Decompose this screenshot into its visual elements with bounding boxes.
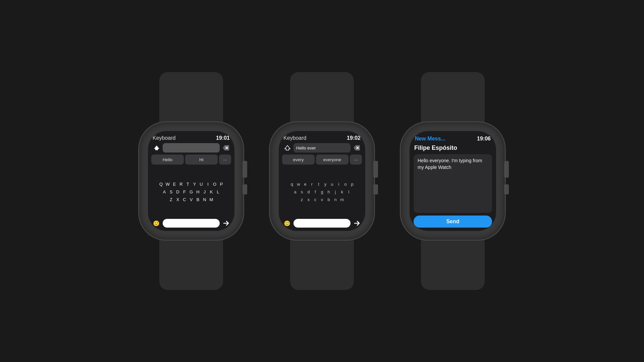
key-p[interactable]: P xyxy=(219,182,224,187)
key-lg[interactable]: g xyxy=(320,189,324,194)
key-q[interactable]: Q xyxy=(159,182,163,187)
key-lk[interactable]: k xyxy=(340,189,344,194)
key-h[interactable]: H xyxy=(196,189,200,194)
key-i[interactable]: I xyxy=(206,182,210,187)
key-ls[interactable]: s xyxy=(300,189,304,194)
screen-content-3: New Mess... 19:06 Filipe Espósito Hello … xyxy=(410,131,496,231)
screen-content-1: Keyboard 19:01 xyxy=(148,131,234,231)
band-top-1 xyxy=(159,72,223,122)
key-lq[interactable]: q xyxy=(289,182,294,187)
key-c[interactable]: C xyxy=(182,197,187,202)
suggestions-row-2: every everyone ··· xyxy=(282,155,362,165)
key-x[interactable]: X xyxy=(175,197,180,202)
key-lw[interactable]: w xyxy=(296,182,301,187)
key-z[interactable]: Z xyxy=(169,197,173,202)
input-field-1[interactable] xyxy=(163,143,220,153)
key-l[interactable]: L xyxy=(216,189,220,194)
key-lp[interactable]: p xyxy=(350,182,355,187)
key-lb[interactable]: b xyxy=(326,197,331,202)
delete-button-1[interactable] xyxy=(221,143,230,153)
emoji-button-1[interactable]: 🙂 xyxy=(152,219,161,228)
watch-2: Keyboard 19:02 Hello ever xyxy=(270,72,374,290)
svg-marker-0 xyxy=(154,145,159,150)
watch-case-3: New Mess... 19:06 Filipe Espósito Hello … xyxy=(401,122,505,240)
watch-case-2: Keyboard 19:02 Hello ever xyxy=(270,122,374,240)
key-b[interactable]: B xyxy=(196,197,200,202)
key-lo[interactable]: o xyxy=(343,182,348,187)
key-la[interactable]: a xyxy=(293,189,298,194)
key-n[interactable]: N xyxy=(202,197,207,202)
send-arrow-2[interactable] xyxy=(353,219,361,228)
keyboard-2: q w e r t y u i o p a s d xyxy=(282,167,362,217)
bottom-bar-1: 🙂 xyxy=(151,219,231,228)
contact-name: Filipe Espósito xyxy=(414,144,492,152)
band-bottom-1 xyxy=(159,240,223,290)
key-o[interactable]: O xyxy=(212,182,217,187)
key-j[interactable]: J xyxy=(202,189,207,194)
key-e[interactable]: E xyxy=(172,182,177,187)
screen-time-2: 19:02 xyxy=(347,135,361,141)
key-k[interactable]: K xyxy=(209,189,214,194)
key-y[interactable]: Y xyxy=(192,182,197,187)
emoji-button-2[interactable]: 🙂 xyxy=(283,219,291,228)
shift-button-1[interactable] xyxy=(152,143,161,153)
screen-title-3: New Mess... xyxy=(415,136,445,142)
screen-time-1: 19:01 xyxy=(216,135,230,141)
key-lt[interactable]: t xyxy=(316,182,321,187)
more-suggestions-2[interactable]: ··· xyxy=(350,155,362,165)
screen-time-3: 19:06 xyxy=(477,136,491,142)
watch-3: New Mess... 19:06 Filipe Espósito Hello … xyxy=(401,72,505,290)
watch-screen-2: Keyboard 19:02 Hello ever xyxy=(279,131,365,231)
band-top-2 xyxy=(290,72,354,122)
crown-1 xyxy=(243,161,247,178)
message-bubble: Hello everyone. I'm typing from my Apple… xyxy=(414,154,492,213)
key-t[interactable]: T xyxy=(185,182,190,187)
key-lc[interactable]: c xyxy=(313,197,318,202)
keyboard-1: Q W E R T Y U I O P A S D xyxy=(151,167,231,217)
key-ll[interactable]: l xyxy=(346,189,351,194)
side-button-1 xyxy=(243,184,247,194)
key-lr[interactable]: r xyxy=(310,182,314,187)
key-d[interactable]: D xyxy=(175,189,180,194)
key-lm[interactable]: m xyxy=(340,197,344,202)
key-row-1-1: Q W E R T Y U I O P xyxy=(151,182,231,187)
more-suggestions-1[interactable]: ··· xyxy=(219,155,231,165)
key-lj[interactable]: j xyxy=(333,189,338,194)
key-v[interactable]: V xyxy=(189,197,194,202)
key-a[interactable]: A xyxy=(162,189,167,194)
delete-button-2[interactable] xyxy=(352,143,361,153)
key-li[interactable]: i xyxy=(336,182,341,187)
band-top-3 xyxy=(421,72,485,122)
key-le[interactable]: e xyxy=(303,182,308,187)
send-button[interactable]: Send xyxy=(414,216,492,228)
band-bottom-2 xyxy=(290,240,354,290)
space-bar-1[interactable] xyxy=(163,219,220,228)
key-ln[interactable]: n xyxy=(333,197,338,202)
key-lv[interactable]: v xyxy=(320,197,324,202)
key-s[interactable]: S xyxy=(169,189,173,194)
input-field-2[interactable]: Hello ever xyxy=(293,143,351,153)
key-lh[interactable]: h xyxy=(326,189,331,194)
key-g[interactable]: G xyxy=(189,189,194,194)
suggestion-everyone[interactable]: everyone xyxy=(316,155,348,165)
suggestion-hello[interactable]: Hello xyxy=(151,155,184,165)
key-u[interactable]: U xyxy=(199,182,204,187)
suggestions-row-1: Hello Hi ··· xyxy=(151,155,231,165)
key-ld[interactable]: d xyxy=(306,189,311,194)
key-lf[interactable]: f xyxy=(313,189,318,194)
suggestion-every[interactable]: every xyxy=(282,155,315,165)
suggestion-hi[interactable]: Hi xyxy=(185,155,218,165)
key-lx[interactable]: x xyxy=(306,197,311,202)
key-r[interactable]: R xyxy=(179,182,183,187)
send-arrow-1[interactable] xyxy=(222,219,230,228)
space-bar-2[interactable] xyxy=(293,219,351,228)
key-lu[interactable]: u xyxy=(330,182,334,187)
screen-header-3: New Mess... 19:06 xyxy=(414,136,492,142)
shift-button-2[interactable] xyxy=(283,143,292,153)
side-button-3 xyxy=(504,184,509,194)
key-w[interactable]: W xyxy=(165,182,170,187)
key-m[interactable]: M xyxy=(209,197,214,202)
key-lz[interactable]: z xyxy=(300,197,304,202)
key-f[interactable]: F xyxy=(182,189,187,194)
key-ly[interactable]: y xyxy=(323,182,328,187)
